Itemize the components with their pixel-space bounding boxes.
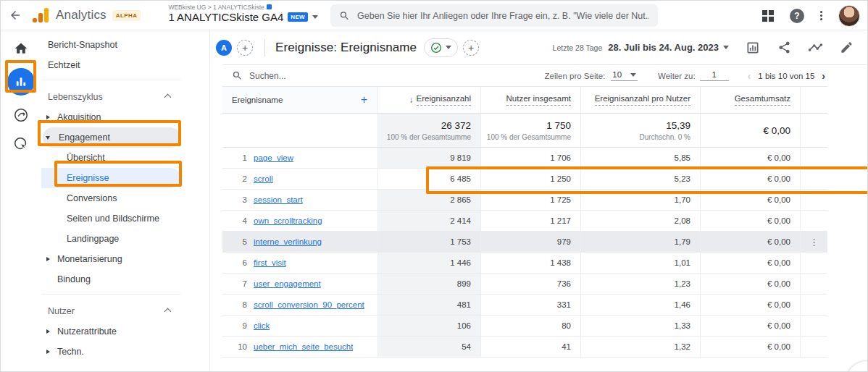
event-name-link[interactable]: click bbox=[254, 321, 270, 330]
explore-nav-icon[interactable] bbox=[12, 106, 30, 124]
count-per-user-cell: 1,33 bbox=[581, 316, 701, 336]
sidebar-item-techn[interactable]: Techn. bbox=[41, 342, 180, 362]
report-nav-sidebar: Bericht-Snapshot Echtzeit Lebenszyklus A… bbox=[41, 30, 210, 371]
go-to-page-input[interactable] bbox=[700, 70, 729, 81]
event-count-cell: 54 bbox=[378, 337, 481, 357]
next-page-button[interactable]: › bbox=[822, 70, 825, 82]
sidebar-item-nutzerattribute[interactable]: Nutzerattribute bbox=[41, 321, 180, 342]
event-name-link[interactable]: first_visit bbox=[254, 258, 286, 267]
revenue-cell: € 0,00 bbox=[701, 253, 801, 273]
table-row-ueber_mich_seite_besucht: 10ueber_mich_seite_besucht54411,32€ 0,00 bbox=[222, 337, 827, 358]
sidebar-item-bindung[interactable]: Bindung bbox=[41, 269, 180, 289]
expand-right-icon bbox=[46, 257, 50, 261]
table-row-click: 9click106801,33€ 0,00 bbox=[222, 316, 827, 337]
sidebar-item-seiten-und-bildschirme[interactable]: Seiten und Bildschirme bbox=[41, 208, 180, 229]
diagnostics-grid-icon[interactable] bbox=[762, 10, 774, 22]
edit-pencil-icon[interactable] bbox=[838, 40, 854, 56]
sidebar-item-bibliothek[interactable]: Bibliothek bbox=[41, 366, 209, 372]
search-icon bbox=[339, 10, 350, 22]
row-rank: 7 bbox=[222, 279, 247, 288]
reports-nav-icon[interactable] bbox=[7, 68, 35, 96]
column-header-ereignisanzahl[interactable]: ↓ Ereignisanzahl bbox=[378, 87, 481, 113]
rows-per-page-select[interactable]: 10 bbox=[611, 70, 638, 81]
totals-spacer bbox=[801, 114, 827, 147]
sidebar-item-uebersicht[interactable]: Übersicht bbox=[41, 148, 180, 168]
sidebar-item-monetarisierung[interactable]: Monetarisierung bbox=[41, 249, 180, 269]
sidebar-item-echtzeit[interactable]: Echtzeit bbox=[41, 55, 180, 75]
column-header-gesamtumsatz[interactable]: Gesamtumsatz bbox=[701, 87, 801, 113]
column-header-nutzer-insgesamt[interactable]: Nutzer insgesamt bbox=[481, 87, 581, 113]
event-name-link[interactable]: user_engagement bbox=[254, 279, 321, 288]
event-name-link[interactable]: scroll bbox=[254, 174, 273, 183]
add-report-tab-button[interactable]: + bbox=[463, 40, 479, 56]
back-arrow-icon[interactable] bbox=[1, 9, 30, 22]
count-per-user-cell: 1,01 bbox=[581, 253, 701, 273]
add-comparison-button[interactable]: + bbox=[237, 40, 253, 56]
count-per-user-cell: 5,85 bbox=[581, 148, 701, 168]
event-name-link[interactable]: interne_verlinkung bbox=[254, 237, 322, 246]
date-range-picker[interactable]: Letzte 28 Tage 28. Juli bis 24. Aug. 202… bbox=[553, 42, 729, 53]
row-menu-cell bbox=[801, 211, 827, 231]
advertising-nav-icon[interactable] bbox=[12, 135, 30, 153]
report-status-menu[interactable] bbox=[424, 38, 458, 57]
expand-right-icon bbox=[46, 329, 50, 334]
count-per-user-cell: 5,23 bbox=[581, 169, 701, 189]
overflow-menu-icon[interactable] bbox=[820, 11, 822, 20]
revenue-cell: € 0,00 bbox=[701, 148, 801, 168]
column-header-ereignisanzahl-pro-nutzer[interactable]: Ereignisanzahl pro Nutzer bbox=[581, 87, 701, 113]
property-switcher[interactable]: WEBkiste UG > 1 ANALYTICSkiste 1 ANALYTI… bbox=[168, 8, 318, 23]
row-menu-cell bbox=[801, 337, 827, 357]
check-circle-icon bbox=[430, 42, 442, 54]
row-rank: 4 bbox=[222, 216, 247, 225]
column-header-ereignisname[interactable]: Ereignisname + bbox=[222, 87, 378, 113]
row-rank: 1 bbox=[222, 153, 247, 162]
help-icon[interactable]: ? bbox=[790, 9, 804, 23]
event-name-link[interactable]: ueber_mich_seite_besucht bbox=[254, 342, 353, 351]
sidebar-item-engagement[interactable]: Engagement bbox=[43, 127, 180, 148]
total-users-cell: 1 217 bbox=[481, 211, 581, 231]
event-count-cell: 2 414 bbox=[378, 211, 481, 231]
sidebar-item-ereignisse[interactable]: Ereignisse bbox=[41, 168, 180, 188]
totals-name-cell bbox=[222, 114, 378, 147]
customize-report-icon[interactable] bbox=[745, 40, 761, 56]
totals-revenue: € 0,00 bbox=[701, 114, 801, 147]
event-name-cell: 7user_engagement bbox=[222, 274, 378, 294]
event-name-link[interactable]: scroll_conversion_90_percent bbox=[254, 300, 364, 309]
event-name-link[interactable]: own_scrolltracking bbox=[254, 216, 322, 225]
share-icon[interactable] bbox=[776, 40, 792, 56]
analytics-logo-icon bbox=[33, 8, 49, 22]
table-row-page_view: 1page_view9 8191 7065,85€ 0,00 bbox=[222, 148, 827, 169]
revenue-cell: € 0,00 bbox=[701, 211, 801, 231]
sidebar-section-lebenszyklus[interactable]: Lebenszyklus bbox=[41, 80, 180, 107]
revenue-cell: € 0,00 bbox=[701, 274, 801, 294]
table-search-input[interactable] bbox=[249, 71, 394, 81]
sidebar-item-landingpage[interactable]: Landingpage bbox=[41, 229, 180, 249]
event-count-cell: 481 bbox=[378, 295, 481, 315]
event-count-cell: 1 446 bbox=[378, 253, 481, 273]
user-avatar[interactable] bbox=[838, 5, 860, 27]
sidebar-item-conversions[interactable]: Conversions bbox=[41, 188, 180, 208]
home-nav-icon[interactable] bbox=[12, 39, 30, 58]
comparison-chip[interactable]: A bbox=[216, 40, 232, 56]
event-name-link[interactable]: session_start bbox=[254, 195, 303, 204]
add-dimension-icon[interactable]: + bbox=[361, 93, 377, 106]
expand-right-icon bbox=[46, 115, 50, 119]
table-body: 1page_view9 8191 7065,85€ 0,002scroll6 4… bbox=[222, 148, 867, 358]
prev-page-button[interactable]: ‹ bbox=[748, 70, 751, 82]
count-per-user-cell: 1,46 bbox=[581, 295, 701, 315]
sidebar-item-akquisition[interactable]: Akquisition bbox=[41, 107, 180, 127]
table-header-row: Ereignisname + ↓ Ereignisanzahl Nutzer i… bbox=[222, 86, 827, 114]
top-app-bar: Analytics ALPHA WEBkiste UG > 1 ANALYTIC… bbox=[1, 1, 867, 30]
sidebar-section-nutzer[interactable]: Nutzer bbox=[41, 294, 180, 321]
event-name-link[interactable]: page_view bbox=[254, 153, 293, 162]
table-row-scroll_conversion_90_percent: 8scroll_conversion_90_percent4813311,46€… bbox=[222, 295, 827, 316]
event-name-cell: 10ueber_mich_seite_besucht bbox=[222, 337, 378, 357]
row-overflow-menu-icon[interactable]: ⋮ bbox=[809, 237, 819, 248]
table-search[interactable] bbox=[222, 70, 440, 81]
sidebar-item-bericht-snapshot[interactable]: Bericht-Snapshot bbox=[41, 35, 180, 55]
global-search-input[interactable] bbox=[357, 11, 649, 21]
global-search-bar[interactable] bbox=[330, 4, 658, 27]
insights-icon[interactable] bbox=[807, 40, 823, 56]
revenue-cell: € 0,00 bbox=[701, 316, 801, 336]
nav-rail bbox=[1, 30, 41, 371]
